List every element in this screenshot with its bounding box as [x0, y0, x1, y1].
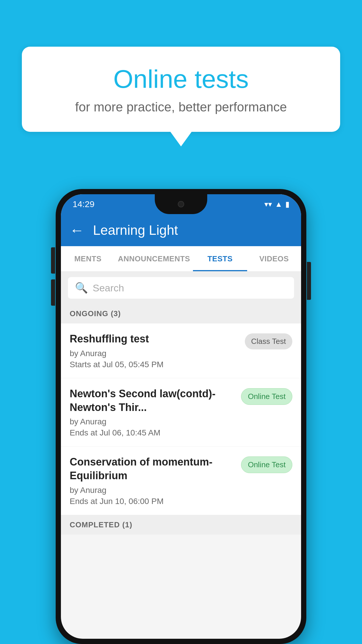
status-time: 14:29	[73, 199, 94, 209]
search-container: 🔍 Search	[61, 272, 301, 304]
ongoing-section-header: ONGOING (3)	[61, 304, 301, 323]
tab-tests[interactable]: TESTS	[193, 246, 247, 271]
completed-section-header: COMPLETED (1)	[61, 515, 301, 535]
tab-assignments[interactable]: MENTS	[61, 246, 115, 271]
test-item[interactable]: Reshuffling test by Anurag Starts at Jul…	[61, 323, 301, 378]
search-icon: 🔍	[75, 282, 88, 294]
test-name: Conservation of momentum-Equilibrium	[70, 455, 235, 483]
battery-icon: ▮	[285, 200, 289, 209]
promo-bubble: Online tests for more practice, better p…	[22, 47, 340, 132]
test-info: Conservation of momentum-Equilibrium by …	[70, 455, 241, 506]
volume-up-button	[51, 247, 55, 274]
test-badge: Online Test	[241, 456, 292, 473]
test-author: by Anurag	[70, 349, 239, 358]
test-info: Reshuffling test by Anurag Starts at Jul…	[70, 332, 245, 369]
camera-dot	[178, 201, 184, 207]
test-item[interactable]: Newton's Second law(contd)-Newton's Thir…	[61, 378, 301, 447]
app-bar: ← Learning Light	[61, 214, 301, 246]
search-bar[interactable]: 🔍 Search	[68, 277, 294, 299]
test-name: Reshuffling test	[70, 332, 239, 346]
test-time: Starts at Jul 05, 05:45 PM	[70, 360, 239, 369]
test-badge: Class Test	[245, 333, 292, 349]
bubble-title: Online tests	[45, 64, 317, 94]
phone-screen: 14:29 ▾▾ ▲ ▮ ← Learning Light MENTS	[61, 194, 301, 639]
test-info: Newton's Second law(contd)-Newton's Thir…	[70, 387, 241, 438]
test-name: Newton's Second law(contd)-Newton's Thir…	[70, 387, 235, 414]
search-input[interactable]: Search	[93, 282, 124, 294]
phone-mockup: 14:29 ▾▾ ▲ ▮ ← Learning Light MENTS	[56, 189, 306, 644]
test-item[interactable]: Conservation of momentum-Equilibrium by …	[61, 447, 301, 515]
wifi-icon: ▾▾	[264, 200, 272, 209]
signal-icon: ▲	[275, 200, 282, 209]
tab-announcements[interactable]: ANNOUNCEMENTS	[115, 246, 193, 271]
test-time: Ends at Jul 06, 10:45 AM	[70, 428, 235, 438]
notch	[155, 194, 207, 214]
test-author: by Anurag	[70, 486, 235, 495]
test-time: Ends at Jun 10, 06:00 PM	[70, 497, 235, 506]
test-author: by Anurag	[70, 417, 235, 426]
status-bar: 14:29 ▾▾ ▲ ▮	[61, 194, 301, 214]
test-list: Reshuffling test by Anurag Starts at Jul…	[61, 323, 301, 515]
phone-outer: 14:29 ▾▾ ▲ ▮ ← Learning Light MENTS	[56, 189, 306, 644]
power-button	[307, 262, 311, 300]
volume-down-button	[51, 279, 55, 306]
back-button[interactable]: ←	[70, 222, 84, 239]
app-title: Learning Light	[93, 222, 178, 238]
tabs-container: MENTS ANNOUNCEMENTS TESTS VIDEOS	[61, 246, 301, 272]
test-badge: Online Test	[241, 388, 292, 405]
status-icons: ▾▾ ▲ ▮	[264, 200, 289, 209]
tab-videos[interactable]: VIDEOS	[247, 246, 301, 271]
bubble-subtitle: for more practice, better performance	[45, 100, 317, 114]
